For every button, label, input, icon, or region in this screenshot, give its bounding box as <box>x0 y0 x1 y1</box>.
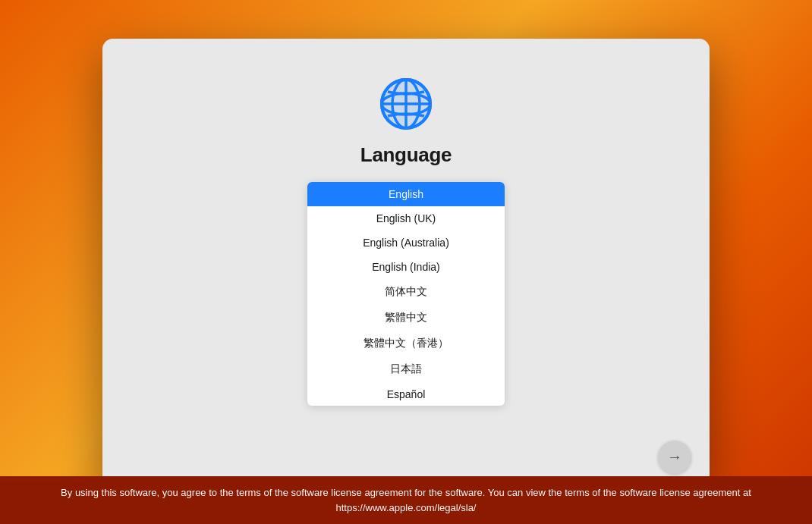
page-title: Language <box>360 143 452 167</box>
globe-icon <box>379 77 433 131</box>
language-item-japanese[interactable]: 日本語 <box>307 356 505 382</box>
language-item-english-uk[interactable]: English (UK) <box>307 206 505 231</box>
language-item-traditional-chinese[interactable]: 繁體中文 <box>307 305 505 331</box>
window-content: Language EnglishEnglish (UK)English (Aus… <box>102 39 710 428</box>
language-item-traditional-chinese-hk[interactable]: 繁體中文（香港） <box>307 331 505 356</box>
next-button[interactable]: → <box>658 441 691 474</box>
language-item-english-india[interactable]: English (India) <box>307 255 505 279</box>
language-list[interactable]: EnglishEnglish (UK)English (Australia)En… <box>307 182 505 406</box>
main-window: Language EnglishEnglish (UK)English (Aus… <box>102 39 710 486</box>
language-item-spanish[interactable]: Español <box>307 382 505 406</box>
language-item-english[interactable]: English <box>307 182 505 206</box>
footer-bar: By using this software, you agree to the… <box>0 476 812 524</box>
language-list-container: EnglishEnglish (UK)English (Australia)En… <box>307 182 505 406</box>
footer-text: By using this software, you agree to the… <box>61 485 751 515</box>
language-item-simplified-chinese[interactable]: 简体中文 <box>307 279 505 305</box>
language-item-english-australia[interactable]: English (Australia) <box>307 231 505 255</box>
